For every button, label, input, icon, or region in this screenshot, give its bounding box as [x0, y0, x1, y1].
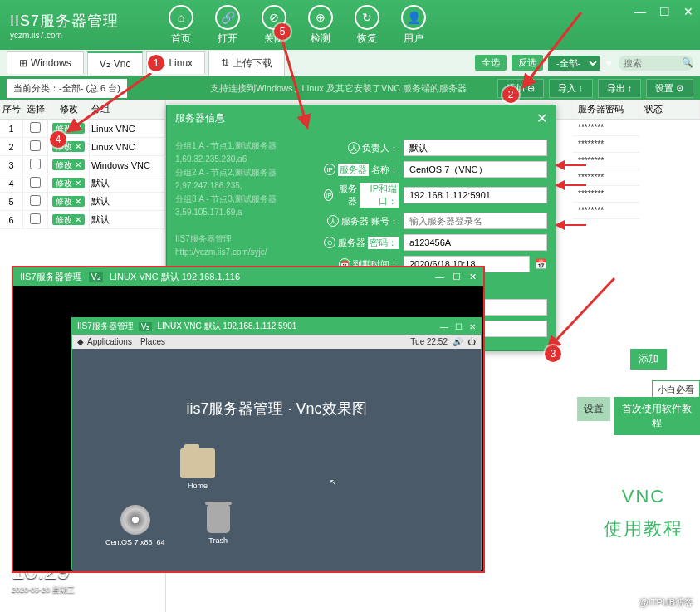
window-controls: — ☐ ✕ — [634, 5, 693, 18]
account-icon: 人 — [327, 215, 339, 227]
side-setting-button[interactable]: 设置 — [577, 397, 610, 421]
edit-button[interactable]: 修改 ✕ — [52, 214, 85, 225]
table-header: 序号 选择 修改 分组 — [0, 100, 165, 120]
app-url: yczm.iis7.com — [10, 31, 119, 40]
vnc-inner-window: IIS7服务器管理 V₂ LINUX VNC 默认 192.168.1.112:… — [71, 317, 482, 570]
link-icon: 🔗 — [215, 5, 240, 30]
vnc-close-icon[interactable]: ✕ — [469, 272, 477, 282]
pwd-input[interactable] — [404, 234, 547, 251]
plus-icon: ⊕ — [527, 83, 535, 94]
app-title: IIS7服务器管理 — [10, 11, 119, 31]
row-checkbox[interactable] — [30, 177, 41, 188]
table-row[interactable]: 1修改 ✕Linux VNC — [0, 120, 165, 138]
settings-button[interactable]: 设置⚙ — [646, 79, 693, 98]
transfer-icon: ⇅ — [221, 57, 229, 69]
power-icon[interactable]: ⏻ — [467, 337, 476, 346]
nav-open[interactable]: 🔗打开 — [215, 5, 240, 46]
nav-home[interactable]: ⌂首页 — [169, 5, 193, 46]
select-all-button[interactable]: 全选 — [475, 55, 507, 71]
gear-icon: ⚙ — [676, 83, 684, 94]
vnc-outer-titlebar[interactable]: IIS7服务器管理 V₂ LINUX VNC 默认 192.168.1.116 … — [13, 267, 483, 286]
dialog-add-button[interactable]: 添加 — [630, 349, 667, 370]
lock-icon: ⊙ — [324, 237, 335, 248]
gnome-logo-icon[interactable]: ◆ — [77, 337, 84, 346]
dialog-title: 服务器信息 — [175, 111, 225, 125]
first-use-tutorial[interactable]: 首次使用软件教程 — [614, 397, 700, 435]
trash-icon — [207, 505, 230, 533]
windows-icon: ⊞ — [19, 57, 27, 69]
annotation-1: 1 — [148, 55, 164, 71]
vnc-desktop[interactable]: iis7服务器管理 · Vnc效果图 Home CentOS 7 x86_64 … — [72, 349, 481, 571]
vnc-inner-close-icon[interactable]: ✕ — [469, 322, 476, 331]
table-row[interactable]: 2修改 ✕Linux VNC — [0, 138, 165, 156]
detect-icon: ⊕ — [308, 5, 333, 30]
edit-button[interactable]: 修改 ✕ — [52, 178, 85, 188]
name-input[interactable] — [404, 161, 547, 178]
filter-select[interactable]: -全部- — [548, 56, 600, 71]
home-folder[interactable]: Home — [180, 448, 215, 490]
export-icon: ↑ — [628, 83, 633, 93]
annotation-4: 4 — [50, 131, 66, 148]
gnome-places[interactable]: Places — [140, 337, 165, 346]
trash-icon-item[interactable]: Trash — [207, 505, 230, 546]
annotation-5: 5 — [274, 23, 291, 40]
edit-button[interactable]: 修改 ✕ — [52, 196, 85, 207]
row-checkbox[interactable] — [30, 140, 41, 151]
vnc-badge-inner: V₂ — [139, 322, 153, 331]
watermark: @ITPUB博客 — [639, 596, 693, 609]
row-checkbox[interactable] — [30, 213, 41, 224]
vnc-inner-titlebar[interactable]: IIS7服务器管理 V₂ LINUX VNC 默认 192.168.1.112:… — [72, 318, 481, 335]
tab-transfer[interactable]: ⇅上传下载 — [208, 51, 285, 76]
table-row[interactable]: 4修改 ✕默认 — [0, 174, 165, 193]
sub-toolbar: 当前分类：-全部- (总 6 台) 支持连接到Windows、Linux 及其它… — [0, 76, 700, 100]
main-nav: ⌂首页 🔗打开 ⊘关闭 ⊕检测 ↻恢复 👤用户 — [169, 5, 426, 46]
vnc-inner-min-icon[interactable]: — — [440, 322, 448, 331]
table-row[interactable]: 5修改 ✕默认 — [0, 193, 165, 211]
disc-icon-item[interactable]: CentOS 7 x86_64 — [105, 505, 165, 546]
import-button[interactable]: 导入↓ — [549, 79, 593, 98]
password-mask: ******** — [573, 169, 639, 186]
maximize-icon[interactable]: ☐ — [659, 5, 670, 18]
user-input[interactable] — [404, 213, 547, 229]
dialog-close-icon[interactable]: ✕ — [536, 110, 547, 126]
tab-vnc[interactable]: V₂Vnc — [87, 51, 144, 75]
close-window-icon[interactable]: ✕ — [683, 5, 693, 18]
app-header: IIS7服务器管理 yczm.iis7.com ⌂首页 🔗打开 ⊘关闭 ⊕检测 … — [0, 0, 700, 50]
nav-restore[interactable]: ↻恢复 — [355, 5, 379, 46]
invert-select-button[interactable]: 反选 — [512, 55, 543, 71]
import-icon: ↓ — [579, 83, 584, 93]
tab-windows[interactable]: ⊞Windows — [7, 51, 84, 74]
disc-icon — [120, 505, 150, 535]
server-icon: IP — [324, 164, 335, 175]
table-row[interactable]: 6修改 ✕默认 — [0, 211, 165, 229]
edit-button[interactable]: 修改 ✕ — [52, 159, 85, 170]
password-mask: ******** — [573, 153, 639, 169]
gnome-applications[interactable]: Applications — [87, 337, 132, 346]
vnc-min-icon[interactable]: — — [435, 272, 444, 282]
row-checkbox[interactable] — [30, 122, 41, 133]
row-checkbox[interactable] — [30, 159, 41, 169]
annotation-3: 3 — [545, 345, 561, 362]
vnc-badge: V₂ — [89, 272, 103, 282]
password-mask: ******** — [573, 136, 639, 153]
nav-detect[interactable]: ⊕检测 — [308, 5, 333, 46]
person-icon: 人 — [348, 142, 360, 154]
table-row[interactable]: 3修改 ✕Windows VNC — [0, 156, 165, 174]
export-button[interactable]: 导出↑ — [598, 79, 642, 98]
owner-input[interactable] — [404, 140, 547, 156]
vnc-max-icon[interactable]: ☐ — [453, 272, 461, 282]
search-icon[interactable]: 🔍 — [682, 57, 693, 68]
ip-input[interactable] — [404, 187, 547, 203]
vnc-inner-max-icon[interactable]: ☐ — [455, 322, 463, 331]
cursor-icon: ↖ — [330, 477, 336, 487]
vnc-outer-window: IIS7服务器管理 V₂ LINUX VNC 默认 192.168.1.116 … — [12, 266, 485, 573]
home-icon: ⌂ — [169, 5, 193, 30]
gnome-top-bar: ◆ Applications Places Tue 22:52🔊⏻ — [72, 335, 481, 349]
user-icon: 👤 — [401, 5, 426, 30]
volume-icon[interactable]: 🔊 — [453, 337, 463, 346]
vnc-tutorial-label: VNC 使用教程 — [604, 480, 683, 546]
minimize-icon[interactable]: — — [634, 5, 646, 18]
row-checkbox[interactable] — [30, 195, 41, 206]
calendar-picker-icon[interactable]: 📅 — [535, 258, 547, 270]
nav-user[interactable]: 👤用户 — [401, 5, 426, 46]
